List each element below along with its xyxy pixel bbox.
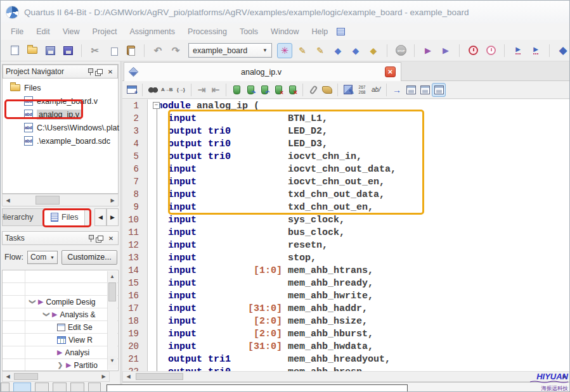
next-bookmark-icon[interactable] — [243, 83, 257, 97]
code-line[interactable]: 13 input stop, — [122, 251, 570, 264]
code-line[interactable]: 17 input [31:0] mem_ahb_haddr, — [122, 302, 570, 315]
menu-assignments[interactable]: Assignments — [123, 25, 181, 38]
task-row[interactable]: Edit Se — [3, 321, 118, 334]
technology-viewer-icon[interactable]: ▶ — [528, 43, 543, 58]
start-compilation-icon[interactable]: ▶ — [420, 43, 436, 58]
code-line[interactable]: 4 output tri0 LED_D3, — [122, 137, 570, 150]
new-file-icon[interactable] — [7, 43, 22, 58]
assignment-editor-icon[interactable]: ✎ — [295, 43, 310, 58]
code-line[interactable]: 11 input bus_clock, — [122, 226, 570, 239]
view-mode-full-icon[interactable] — [404, 83, 418, 97]
collapse-icon[interactable]: ❯ — [29, 299, 36, 305]
code-line[interactable]: 22 output tri0 mem_ahb_hresp, — [122, 365, 570, 371]
file-item[interactable]: abdanalog_ip.v — [3, 108, 118, 121]
code-line[interactable]: 20 input [31:0] mem_ahb_hwdata, — [122, 340, 570, 353]
line-count-indicator[interactable]: 267268 — [355, 83, 369, 97]
scroll-left-icon[interactable]: ◀ — [124, 372, 133, 381]
project-combo[interactable]: example_board ▼ — [188, 43, 272, 58]
settings-editor-icon[interactable]: ✎ — [313, 43, 328, 58]
tab-hierarchy[interactable]: Hierarchy — [2, 208, 44, 226]
code-line[interactable]: 14 input [1:0] mem_ahb_htrans, — [122, 264, 570, 277]
files-root-node[interactable]: Files — [3, 81, 118, 94]
menu-tools[interactable]: Tools — [233, 25, 264, 38]
code-line[interactable]: 3 output tri0 LED_D2, — [122, 125, 570, 137]
timing-analyzer-icon[interactable] — [465, 43, 481, 58]
code-line[interactable]: 19 input [2:0] mem_ahb_hburst, — [122, 327, 570, 340]
undo-icon[interactable]: ↶ — [150, 43, 165, 58]
scroll-left-icon[interactable]: ◀ — [3, 195, 13, 205]
paste-icon[interactable] — [123, 43, 138, 58]
tasks-hscrollbar[interactable]: ◀ ▶ — [2, 371, 110, 382]
indent-icon[interactable]: ⇥ — [195, 83, 209, 97]
code-line[interactable]: 7 input iocvt_chn_out_en, — [122, 175, 570, 188]
view-mode-split-icon[interactable] — [418, 83, 432, 97]
clear-bookmark-icon[interactable] — [271, 83, 285, 97]
copy-icon[interactable] — [105, 43, 120, 58]
editor-hscrollbar[interactable]: ◀ ▶ — [122, 371, 570, 382]
file-item[interactable]: abdexample_board.v — [3, 94, 118, 108]
document-tab[interactable]: analog_ip.v ✕ — [124, 62, 401, 81]
customize-button[interactable]: Customize... — [62, 250, 117, 265]
menu-help[interactable]: Help — [306, 25, 335, 38]
code-line[interactable]: 8 input txd_chn_out_data, — [122, 188, 570, 201]
bottom-mini-tab[interactable] — [53, 383, 67, 392]
compile-design-icon[interactable]: ◆ — [330, 43, 346, 58]
view-mode-list-icon[interactable] — [432, 83, 446, 97]
menu-view[interactable]: View — [56, 25, 86, 38]
replace-icon[interactable]: A→B — [160, 83, 174, 97]
code-line[interactable]: 16 input mem_ahb_hwrite, — [122, 289, 570, 302]
toggle-bookmark-icon[interactable] — [230, 83, 243, 97]
close-icon[interactable]: ✕ — [107, 234, 115, 243]
code-line[interactable]: 18 input [2:0] mem_ahb_hsize, — [122, 315, 570, 327]
comment-icon[interactable]: ab/ — [369, 83, 383, 97]
new-window-icon[interactable] — [125, 83, 139, 97]
find-icon[interactable] — [146, 83, 160, 97]
tab-files[interactable]: Files — [44, 208, 85, 226]
save-icon[interactable] — [42, 43, 58, 58]
code-line[interactable]: 6 input iocvt_chn_out_data, — [122, 163, 570, 175]
scroll-thumb[interactable] — [136, 373, 183, 380]
redo-icon[interactable]: ↷ — [168, 43, 183, 58]
save-project-icon[interactable] — [60, 43, 75, 58]
task-row[interactable]: ▶Analysi — [3, 346, 118, 359]
flow-combo[interactable]: Com ▼ — [27, 251, 58, 264]
menu-processing[interactable]: Processing — [181, 25, 233, 38]
notes-icon[interactable] — [337, 28, 345, 35]
scroll-right-icon[interactable]: ▶ — [108, 195, 117, 205]
task-row[interactable]: View R — [3, 334, 118, 346]
stop-icon[interactable] — [393, 43, 408, 58]
close-tab-icon[interactable]: ✕ — [385, 66, 396, 77]
close-icon[interactable]: ✕ — [106, 67, 115, 76]
code-line[interactable]: 1−module analog_ip ( — [122, 99, 570, 112]
scroll-thumb[interactable] — [14, 373, 38, 380]
scroll-down-icon[interactable]: ▼ — [108, 356, 117, 365]
tasks-vscrollbar[interactable]: ▲ ▼ — [107, 271, 117, 370]
scroll-right-icon[interactable]: ▶ — [99, 372, 108, 381]
task-row[interactable]: ❯▶Analysis & — [3, 308, 118, 321]
menu-window[interactable]: Window — [264, 25, 305, 38]
task-row[interactable]: ❯▶Compile Desig — [3, 296, 118, 308]
scroll-thumb[interactable] — [36, 196, 60, 205]
pin-icon[interactable] — [86, 234, 95, 243]
scroll-left-icon[interactable]: ◀ — [3, 372, 13, 381]
rtl-viewer-icon[interactable]: ▶ — [510, 43, 526, 58]
goto-icon[interactable]: → — [390, 83, 404, 97]
bottom-mini-tab[interactable] — [88, 383, 101, 392]
collapse-icon[interactable]: ❯ — [43, 312, 50, 318]
timequest-icon[interactable] — [483, 43, 498, 58]
file-item[interactable]: abdC:\Users\Windows\.plat — [3, 121, 118, 134]
code-line[interactable]: 15 input mem_ahb_hready, — [122, 277, 570, 289]
cut-icon[interactable]: ✂ — [87, 43, 103, 58]
match-brace-icon[interactable]: {→} — [174, 83, 188, 97]
bottom-mini-tab[interactable] — [1, 383, 10, 392]
tabs-right-icon[interactable]: ▶ — [107, 208, 119, 226]
analysis-synthesis-icon[interactable]: ◆ — [348, 43, 363, 58]
programmer-icon[interactable]: ◆ — [555, 43, 570, 58]
code-editor[interactable]: 1−module analog_ip (2 input BTN_L1,3 out… — [122, 99, 570, 371]
file-item[interactable]: abd.\example_board.sdc — [3, 134, 118, 148]
bottom-mini-tab[interactable] — [35, 383, 49, 392]
bottom-mini-tab[interactable] — [70, 383, 84, 392]
menu-project[interactable]: Project — [86, 25, 124, 38]
pin-planner-icon[interactable]: ✳ — [277, 43, 292, 58]
fold-marker-icon[interactable]: − — [153, 102, 160, 109]
